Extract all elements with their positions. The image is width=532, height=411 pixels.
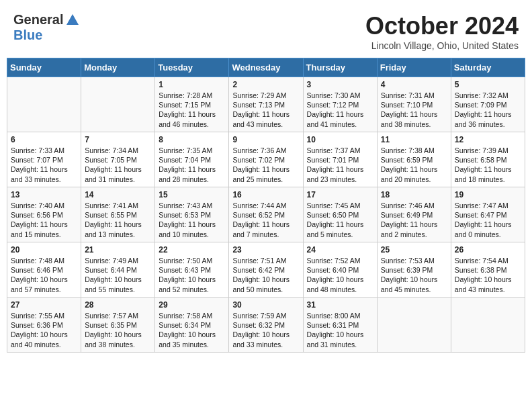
weekday-header-row: SundayMondayTuesdayWednesdayThursdayFrid…: [7, 58, 525, 77]
cell-info: Sunrise: 7:52 AM Sunset: 6:40 PM Dayligh…: [307, 256, 373, 294]
day-number: 18: [381, 190, 447, 199]
weekday-header-sunday: Sunday: [7, 58, 81, 77]
calendar-cell: 10Sunrise: 7:37 AM Sunset: 7:01 PM Dayli…: [303, 132, 377, 187]
calendar-cell: 5Sunrise: 7:32 AM Sunset: 7:09 PM Daylig…: [451, 77, 525, 132]
cell-info: Sunrise: 7:58 AM Sunset: 6:34 PM Dayligh…: [159, 311, 225, 349]
cell-info: Sunrise: 7:53 AM Sunset: 6:39 PM Dayligh…: [381, 256, 447, 294]
day-number: 29: [159, 300, 225, 310]
day-number: 5: [455, 80, 521, 89]
day-number: 1: [159, 80, 225, 89]
cell-info: Sunrise: 7:55 AM Sunset: 6:36 PM Dayligh…: [11, 311, 77, 349]
calendar-cell: [377, 298, 451, 353]
calendar-cell: 14Sunrise: 7:41 AM Sunset: 6:55 PM Dayli…: [81, 187, 155, 242]
calendar-wrap: SundayMondayTuesdayWednesdayThursdayFrid…: [0, 58, 532, 359]
week-row-1: 1Sunrise: 7:28 AM Sunset: 7:15 PM Daylig…: [7, 77, 525, 132]
day-number: 31: [307, 300, 373, 310]
day-number: 12: [455, 135, 521, 144]
week-row-4: 20Sunrise: 7:48 AM Sunset: 6:46 PM Dayli…: [7, 242, 525, 298]
day-number: 27: [11, 300, 77, 310]
day-number: 17: [307, 190, 373, 199]
cell-info: Sunrise: 7:35 AM Sunset: 7:04 PM Dayligh…: [159, 146, 225, 184]
week-row-3: 13Sunrise: 7:40 AM Sunset: 6:56 PM Dayli…: [7, 187, 525, 242]
cell-info: Sunrise: 7:59 AM Sunset: 6:32 PM Dayligh…: [232, 311, 299, 349]
calendar-cell: 15Sunrise: 7:43 AM Sunset: 6:53 PM Dayli…: [155, 187, 229, 242]
calendar-cell: 1Sunrise: 7:28 AM Sunset: 7:15 PM Daylig…: [155, 77, 229, 132]
cell-info: Sunrise: 7:40 AM Sunset: 6:56 PM Dayligh…: [11, 201, 77, 239]
cell-info: Sunrise: 7:41 AM Sunset: 6:55 PM Dayligh…: [85, 201, 151, 239]
calendar-cell: 27Sunrise: 7:55 AM Sunset: 6:36 PM Dayli…: [7, 298, 81, 353]
day-number: 13: [11, 190, 77, 199]
location: Lincoln Village, Ohio, United States: [365, 40, 519, 51]
weekday-header-monday: Monday: [81, 58, 155, 77]
cell-info: Sunrise: 7:37 AM Sunset: 7:01 PM Dayligh…: [307, 146, 373, 184]
day-number: 10: [307, 135, 373, 144]
calendar-cell: 7Sunrise: 7:34 AM Sunset: 7:05 PM Daylig…: [81, 132, 155, 187]
day-number: 20: [11, 245, 77, 255]
cell-info: Sunrise: 7:44 AM Sunset: 6:52 PM Dayligh…: [232, 201, 299, 239]
calendar-cell: 18Sunrise: 7:46 AM Sunset: 6:49 PM Dayli…: [377, 187, 451, 242]
month-title: October 2024: [365, 12, 519, 40]
day-number: 23: [232, 245, 299, 255]
calendar-table: SundayMondayTuesdayWednesdayThursdayFrid…: [7, 58, 525, 353]
week-row-5: 27Sunrise: 7:55 AM Sunset: 6:36 PM Dayli…: [7, 298, 525, 353]
calendar-cell: 2Sunrise: 7:29 AM Sunset: 7:13 PM Daylig…: [229, 77, 303, 132]
logo-blue: Blue: [13, 28, 42, 42]
cell-info: Sunrise: 7:57 AM Sunset: 6:35 PM Dayligh…: [85, 311, 151, 349]
calendar-cell: 30Sunrise: 7:59 AM Sunset: 6:32 PM Dayli…: [229, 298, 303, 353]
calendar-cell: 24Sunrise: 7:52 AM Sunset: 6:40 PM Dayli…: [303, 242, 377, 298]
calendar-cell: 3Sunrise: 7:30 AM Sunset: 7:12 PM Daylig…: [303, 77, 377, 132]
cell-info: Sunrise: 7:28 AM Sunset: 7:15 PM Dayligh…: [159, 91, 225, 129]
calendar-cell: 8Sunrise: 7:35 AM Sunset: 7:04 PM Daylig…: [155, 132, 229, 187]
day-number: 28: [85, 300, 151, 310]
day-number: 14: [85, 190, 151, 199]
cell-info: Sunrise: 7:30 AM Sunset: 7:12 PM Dayligh…: [307, 91, 373, 129]
day-number: 26: [455, 245, 521, 255]
day-number: 19: [455, 190, 521, 199]
calendar-cell: 9Sunrise: 7:36 AM Sunset: 7:02 PM Daylig…: [229, 132, 303, 187]
day-number: 3: [307, 80, 373, 89]
calendar-cell: 28Sunrise: 7:57 AM Sunset: 6:35 PM Dayli…: [81, 298, 155, 353]
cell-info: Sunrise: 7:51 AM Sunset: 6:42 PM Dayligh…: [232, 256, 299, 294]
cell-info: Sunrise: 7:47 AM Sunset: 6:47 PM Dayligh…: [455, 201, 521, 239]
day-number: 11: [381, 135, 447, 144]
calendar-cell: 21Sunrise: 7:49 AM Sunset: 6:44 PM Dayli…: [81, 242, 155, 298]
page-header: General Blue October 2024 Lincoln Villag…: [0, 0, 532, 58]
cell-info: Sunrise: 8:00 AM Sunset: 6:31 PM Dayligh…: [307, 311, 373, 349]
calendar-cell: 16Sunrise: 7:44 AM Sunset: 6:52 PM Dayli…: [229, 187, 303, 242]
cell-info: Sunrise: 7:49 AM Sunset: 6:44 PM Dayligh…: [85, 256, 151, 294]
calendar-cell: 19Sunrise: 7:47 AM Sunset: 6:47 PM Dayli…: [451, 187, 525, 242]
calendar-cell: 23Sunrise: 7:51 AM Sunset: 6:42 PM Dayli…: [229, 242, 303, 298]
cell-info: Sunrise: 7:29 AM Sunset: 7:13 PM Dayligh…: [232, 91, 299, 129]
week-row-2: 6Sunrise: 7:33 AM Sunset: 7:07 PM Daylig…: [7, 132, 525, 187]
day-number: 9: [232, 135, 299, 144]
calendar-cell: 25Sunrise: 7:53 AM Sunset: 6:39 PM Dayli…: [377, 242, 451, 298]
weekday-header-saturday: Saturday: [451, 58, 525, 77]
calendar-cell: 6Sunrise: 7:33 AM Sunset: 7:07 PM Daylig…: [7, 132, 81, 187]
cell-info: Sunrise: 7:36 AM Sunset: 7:02 PM Dayligh…: [232, 146, 299, 184]
cell-info: Sunrise: 7:50 AM Sunset: 6:43 PM Dayligh…: [159, 256, 225, 294]
calendar-cell: 20Sunrise: 7:48 AM Sunset: 6:46 PM Dayli…: [7, 242, 81, 298]
day-number: 2: [232, 80, 299, 89]
cell-info: Sunrise: 7:34 AM Sunset: 7:05 PM Dayligh…: [85, 146, 151, 184]
calendar-cell: 26Sunrise: 7:54 AM Sunset: 6:38 PM Dayli…: [451, 242, 525, 298]
day-number: 21: [85, 245, 151, 255]
day-number: 22: [159, 245, 225, 255]
logo-general: General: [13, 12, 63, 28]
day-number: 30: [232, 300, 299, 310]
weekday-header-tuesday: Tuesday: [155, 58, 229, 77]
cell-info: Sunrise: 7:45 AM Sunset: 6:50 PM Dayligh…: [307, 201, 373, 239]
calendar-cell: [81, 77, 155, 132]
day-number: 24: [307, 245, 373, 255]
svg-marker-0: [66, 14, 79, 25]
logo-icon: [65, 13, 80, 28]
cell-info: Sunrise: 7:39 AM Sunset: 6:58 PM Dayligh…: [455, 146, 521, 184]
calendar-cell: 11Sunrise: 7:38 AM Sunset: 6:59 PM Dayli…: [377, 132, 451, 187]
calendar-cell: 22Sunrise: 7:50 AM Sunset: 6:43 PM Dayli…: [155, 242, 229, 298]
day-number: 7: [85, 135, 151, 144]
cell-info: Sunrise: 7:54 AM Sunset: 6:38 PM Dayligh…: [455, 256, 521, 294]
day-number: 4: [381, 80, 447, 89]
cell-info: Sunrise: 7:43 AM Sunset: 6:53 PM Dayligh…: [159, 201, 225, 239]
calendar-cell: 13Sunrise: 7:40 AM Sunset: 6:56 PM Dayli…: [7, 187, 81, 242]
cell-info: Sunrise: 7:33 AM Sunset: 7:07 PM Dayligh…: [11, 146, 77, 184]
cell-info: Sunrise: 7:31 AM Sunset: 7:10 PM Dayligh…: [381, 91, 447, 129]
